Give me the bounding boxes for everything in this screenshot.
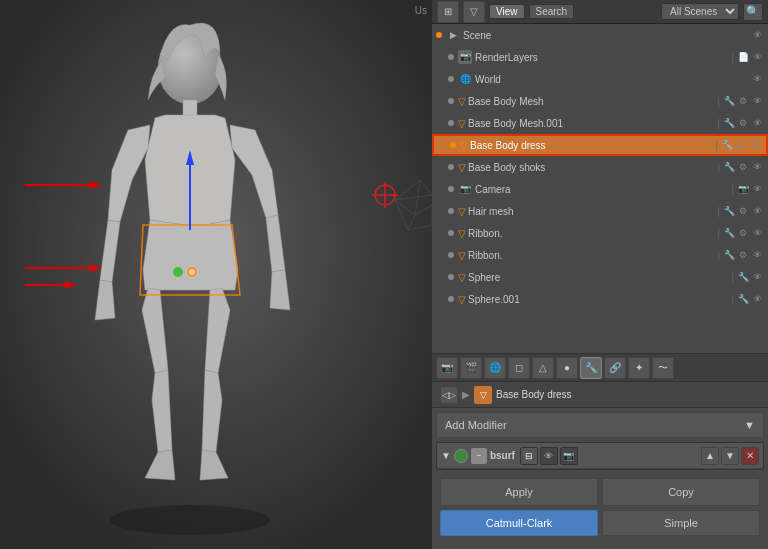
physics-props-btn[interactable]: 〜 [652, 357, 674, 379]
outliner-item-camera[interactable]: 📷 Camera | 📷 👁 [432, 178, 768, 200]
modifier-icons: ⊟ 👁 📷 [520, 447, 578, 465]
eye-icon-hair[interactable]: 👁 [750, 204, 764, 218]
mesh-icon-hair: ▽ [458, 206, 466, 217]
outliner-item-hairmesh[interactable]: ▽ Hair mesh | 🔧 ⚙ 👁 [432, 200, 768, 222]
wrench-icon-sphere[interactable]: 🔧 [736, 270, 750, 284]
simple-btn[interactable]: Simple [602, 510, 760, 536]
outliner-item-sphere001[interactable]: ▽ Sphere.001 | 🔧 👁 [432, 288, 768, 310]
wrench-icon-1[interactable]: 🔧 [722, 94, 736, 108]
object-props-btn[interactable]: ◻ [508, 357, 530, 379]
particles-props-btn[interactable]: ✦ [628, 357, 650, 379]
wrench-icon-hair[interactable]: 🔧 [722, 204, 736, 218]
material-props-btn[interactable]: ● [556, 357, 578, 379]
gear-icon-2[interactable]: ⚙ [736, 116, 750, 130]
mesh-icon-ribbon: ▽ [458, 228, 466, 239]
modifier-up-btn[interactable]: ▲ [701, 447, 719, 465]
pipe-ribbon2: | [717, 250, 720, 261]
basebodymesh-label: Base Body Mesh [468, 96, 715, 107]
scene-label: Scene [463, 30, 750, 41]
constraints-props-btn[interactable]: 🔗 [604, 357, 626, 379]
dot-sphere [448, 274, 454, 280]
filter-icon-btn[interactable]: ▽ [463, 1, 485, 23]
properties-panel: 📷 🎬 🌐 ◻ △ ● 🔧 🔗 ✦ 〜 ◁▷ ▶ ▽ Base Body dre… [432, 354, 768, 549]
main-container: Us ⊞ ▽ View Search All Scenes 🔍 ▶ Scene [0, 0, 768, 549]
mod-render-icon[interactable]: 📷 [560, 447, 578, 465]
outliner-item-ribbon2[interactable]: ▽ Ribbon. | 🔧 ⚙ 👁 [432, 244, 768, 266]
eye-icon-scene[interactable]: 👁 [750, 28, 764, 42]
outliner-item-basebodyshoks[interactable]: ▽ Base Body shoks | 🔧 ⚙ 👁 [432, 156, 768, 178]
wrench-icon-ribbon[interactable]: 🔧 [722, 226, 736, 240]
catmull-clark-btn[interactable]: Catmull-Clark [440, 510, 598, 536]
eye-icon-world[interactable]: 👁 [750, 72, 764, 86]
dot-ribbon2 [448, 252, 454, 258]
gear-icon-ribbon[interactable]: ⚙ [736, 226, 750, 240]
gear-icon-dress[interactable]: ⚙ [734, 138, 748, 152]
modifier-props-btn[interactable]: 🔧 [580, 357, 602, 379]
outliner-item-basebodymesh001[interactable]: ▽ Base Body Mesh.001 | 🔧 ⚙ 👁 [432, 112, 768, 134]
search-icon-btn[interactable]: 🔍 [743, 3, 763, 21]
dot-shoks [448, 164, 454, 170]
dot-basebodymesh001 [448, 120, 454, 126]
eye-icon-sphere[interactable]: 👁 [750, 270, 764, 284]
eye-icon-sphere001[interactable]: 👁 [750, 292, 764, 306]
outliner-item-basebodydress[interactable]: ▽ Base Body dress | 🔧 ⚙ 👁 [432, 134, 768, 156]
wrench-icon-dress[interactable]: 🔧 [720, 138, 734, 152]
dot-scene [436, 32, 442, 38]
pipe-renderlayers: | [731, 52, 734, 63]
doc-icon-renderlayers[interactable]: 📄 [736, 50, 750, 64]
props-toolbar: 📷 🎬 🌐 ◻ △ ● 🔧 🔗 ✦ 〜 [432, 354, 768, 382]
sphere001-label: Sphere.001 [468, 294, 729, 305]
eye-icon-dress[interactable]: 👁 [748, 138, 762, 152]
scene-props-btn[interactable]: 🎬 [460, 357, 482, 379]
mesh-props-btn[interactable]: △ [532, 357, 554, 379]
viewport-panel[interactable]: Us [0, 0, 432, 549]
add-modifier-btn[interactable]: Add Modifier ▼ [436, 412, 764, 438]
wrench-icon-2[interactable]: 🔧 [722, 116, 736, 130]
camera-small-icon[interactable]: 📷 [736, 182, 750, 196]
outliner-item-basebodymesh[interactable]: ▽ Base Body Mesh | 🔧 ⚙ 👁 [432, 90, 768, 112]
wrench-icon-ribbon2[interactable]: 🔧 [722, 248, 736, 262]
scenes-dropdown[interactable]: All Scenes [661, 3, 739, 20]
outliner-item-renderlayers[interactable]: 📷 RenderLayers | 📄 👁 [432, 46, 768, 68]
view-btn[interactable]: View [489, 4, 525, 19]
mod-eye-icon[interactable]: 👁 [540, 447, 558, 465]
gear-icon-hair[interactable]: ⚙ [736, 204, 750, 218]
dot-ribbon [448, 230, 454, 236]
outliner-item-world[interactable]: 🌐 World 👁 [432, 68, 768, 90]
gear-icon-shoks[interactable]: ⚙ [736, 160, 750, 174]
wrench-icon-shoks[interactable]: 🔧 [722, 160, 736, 174]
copy-btn[interactable]: Copy [602, 478, 760, 506]
outliner-item-ribbon[interactable]: ▽ Ribbon. | 🔧 ⚙ 👁 [432, 222, 768, 244]
modifier-delete-btn[interactable]: ✕ [741, 447, 759, 465]
sphere-label: Sphere [468, 272, 729, 283]
render-props-btn[interactable]: 📷 [436, 357, 458, 379]
outliner-item-scene[interactable]: ▶ Scene 👁 [432, 24, 768, 46]
eye-icon-ribbon[interactable]: 👁 [750, 226, 764, 240]
breadcrumb-nav-btn[interactable]: ◁▷ [440, 386, 458, 404]
modifier-enable-toggle[interactable] [454, 449, 468, 463]
modifier-expand-icon[interactable]: ▼ [441, 450, 451, 461]
renderlayers-label: RenderLayers [475, 52, 729, 63]
eye-icon-renderlayers[interactable]: 👁 [750, 50, 764, 64]
eye-icon-camera[interactable]: 👁 [750, 182, 764, 196]
world-props-btn[interactable]: 🌐 [484, 357, 506, 379]
eye-icon-1[interactable]: 👁 [750, 94, 764, 108]
mod-frame-icon[interactable]: ⊟ [520, 447, 538, 465]
wrench-icon-sphere001[interactable]: 🔧 [736, 292, 750, 306]
eye-icon-ribbon2[interactable]: 👁 [750, 248, 764, 262]
outliner-scroll[interactable]: ▶ Scene 👁 📷 RenderLayers | 📄 👁 [432, 24, 768, 310]
gear-icon-ribbon2[interactable]: ⚙ [736, 248, 750, 262]
grid-icon-btn[interactable]: ⊞ [437, 1, 459, 23]
eye-icon-2[interactable]: 👁 [750, 116, 764, 130]
eye-icon-shoks[interactable]: 👁 [750, 160, 764, 174]
character-viewport [0, 0, 432, 549]
outliner-item-sphere[interactable]: ▽ Sphere | 🔧 👁 [432, 266, 768, 288]
dot-camera [448, 186, 454, 192]
modifier-down-btn[interactable]: ▼ [721, 447, 739, 465]
gear-icon-1[interactable]: ⚙ [736, 94, 750, 108]
mesh-icon-dress: ▽ [460, 140, 468, 151]
props-breadcrumb: ◁▷ ▶ ▽ Base Body dress [432, 382, 768, 408]
apply-btn[interactable]: Apply [440, 478, 598, 506]
search-btn[interactable]: Search [529, 4, 575, 19]
mesh-icon-2: ▽ [458, 118, 466, 129]
